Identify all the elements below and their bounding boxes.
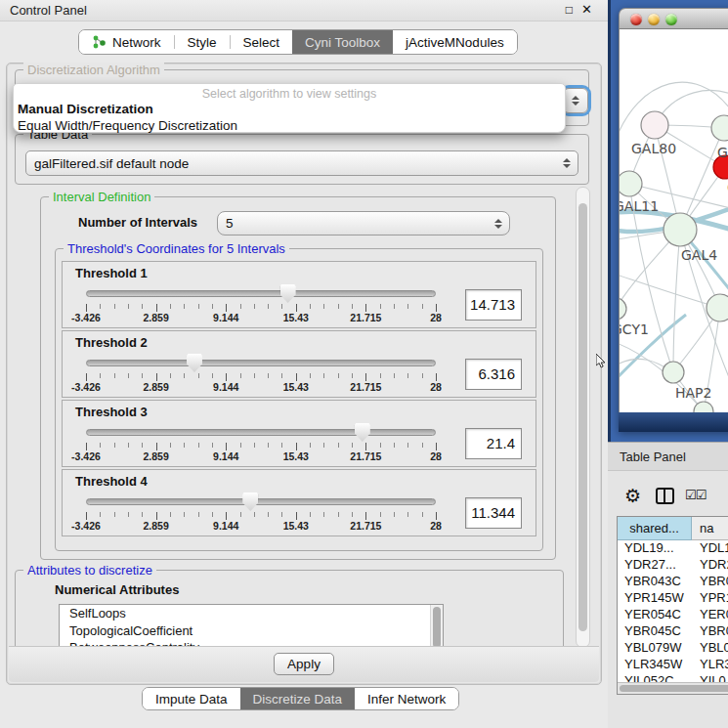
table-data-combo[interactable]: galFiltered.sif default node [25,150,578,176]
threshold-slider[interactable]: -3.4262.8599.14415.4321.71528 [86,420,446,465]
threshold-value-field[interactable]: 11.344 [465,497,522,529]
slider-track[interactable] [86,498,436,505]
network-node-label: GAL11 [620,198,659,214]
tick-label: 28 [430,381,442,393]
tab-select[interactable]: Select [231,30,293,54]
thresholds-list: Threshold 1 -3.4262.8599.14415.4321.7152… [62,261,536,536]
table-row[interactable]: YPR145WYPR1 [618,590,728,607]
cell-name[interactable]: YPR1 [692,590,728,607]
dropdown-option-equal-width-frequency[interactable]: Equal Width/Frequency Discretization [14,117,565,134]
slider-track[interactable] [86,429,436,436]
cell-name[interactable]: YDL1 [692,540,728,557]
network-node[interactable] [641,111,668,139]
select-columns-icon[interactable]: ☑☑ [685,488,706,502]
tab-network[interactable]: Network [79,30,174,54]
tick-label: -3.426 [71,312,101,323]
algorithm-combo[interactable] [563,88,588,113]
panel-scrollbar[interactable] [576,187,590,648]
threshold-slider[interactable]: -3.4262.8599.14415.4321.71528 [86,490,446,535]
dropdown-option-manual-discretization[interactable]: Manual Discretization [14,101,565,117]
float-window-icon[interactable]: □ [566,3,573,17]
table-row[interactable]: YLR345WYLR3 [618,657,728,673]
slider-track[interactable] [86,290,436,297]
network-node[interactable] [620,298,626,320]
cyni-toolbox-panel: Discretization Algorithm Table Data galF… [6,63,602,685]
tab-infer-network[interactable]: Infer Network [355,688,458,709]
tab-discretize-data[interactable]: Discretize Data [240,688,356,709]
table-row[interactable]: YBR043CYBR0 [618,574,728,590]
list-scrollbar[interactable] [430,605,443,648]
cell-shared-name[interactable]: YDL19... [618,540,692,557]
numerical-attributes-list[interactable]: SelfLoopsTopologicalCoefficientBetweenne… [59,604,444,648]
slider-thumb[interactable] [187,354,202,372]
table-row[interactable]: YDR27...YDR2 [618,557,728,574]
threshold-slider[interactable]: -3.4262.8599.14415.4321.71528 [86,281,446,326]
attribute-item[interactable]: SelfLoops [60,605,443,622]
table-row[interactable]: YBL079WYBL0 [618,640,728,657]
apply-row: Apply [9,646,599,682]
tab-impute-data[interactable]: Impute Data [143,688,240,709]
cell-name[interactable]: YBR0 [692,574,728,590]
apply-button[interactable]: Apply [274,653,334,675]
threshold-slider[interactable]: -3.4262.8599.14415.4321.71528 [86,351,446,396]
network-node[interactable] [663,362,684,383]
list-scrollbar-thumb[interactable] [433,607,441,648]
close-icon[interactable]: ✕ [581,2,592,17]
tab-jactivemnodules[interactable]: jActiveMNodules [393,30,517,54]
cell-shared-name[interactable]: YPR145W [618,590,692,607]
cell-shared-name[interactable]: YBR045C [618,623,692,640]
attribute-item[interactable]: TopologicalCoefficient [60,622,443,640]
gear-icon[interactable]: ⚙ [624,485,641,507]
cell-shared-name[interactable]: YER054C [618,607,692,623]
slider-thumb[interactable] [242,492,258,511]
close-traffic-light-icon[interactable] [630,14,642,25]
network-node[interactable] [707,294,728,321]
column-header-name[interactable]: na [692,517,728,540]
threshold-value-field[interactable]: 21.4 [465,428,522,459]
column-layout-icon[interactable] [656,488,674,504]
network-node[interactable] [620,171,642,196]
network-node[interactable] [711,115,728,141]
network-node-label: GA [717,145,728,160]
cell-name[interactable]: YER0 [692,607,728,623]
network-node-label: GAL80 [631,141,676,156]
threshold-label: Threshold 4 [75,474,148,489]
network-node[interactable] [664,213,697,246]
network-node-label: GCY1 [620,321,649,337]
table-horizontal-scrollbar[interactable] [618,682,728,694]
right-panel: GAL80GACGAL11GAL4GCY1HHAP2 Table Panel ⚙… [608,0,728,728]
slider-major-ticks [86,373,436,381]
cell-name[interactable]: YBR0 [692,623,728,640]
minimize-traffic-light-icon[interactable] [648,14,660,25]
cell-name[interactable]: YDR2 [692,557,728,574]
cell-shared-name[interactable]: YLR345W [618,657,692,673]
network-icon [92,35,107,49]
network-view[interactable]: GAL80GACGAL11GAL4GCY1HHAP2 [619,29,728,412]
slider-thumb[interactable] [355,423,370,442]
tick-label: 2.859 [143,450,168,462]
network-window-titlebar[interactable] [619,8,728,29]
tick-label: -3.426 [71,450,101,462]
cell-shared-name[interactable]: YBL079W [618,640,692,657]
slider-thumb[interactable] [280,284,296,303]
tab-cyni-toolbox[interactable]: Cyni Toolbox [292,30,393,54]
table-row[interactable]: YBR045CYBR0 [618,623,728,640]
table-row[interactable]: YDL19...YDL1 [618,540,728,557]
slider-track[interactable] [86,360,436,366]
table-scrollbar-thumb[interactable] [620,685,728,692]
table-row[interactable]: YER054CYER0 [618,607,728,623]
threshold-value-field[interactable]: 14.713 [465,289,522,321]
table-data-selected: galFiltered.sif default node [34,156,189,171]
threshold-panel: Threshold 4 -3.4262.8599.14415.4321.7152… [62,469,536,536]
tick-label: 15.43 [283,450,309,462]
zoom-traffic-light-icon[interactable] [665,14,677,25]
intervals-combo[interactable]: 5 [217,211,510,236]
column-header-shared-name[interactable]: shared... [618,517,692,540]
cell-shared-name[interactable]: YBR043C [618,574,692,590]
cell-name[interactable]: YLR3 [692,657,728,673]
threshold-value-field[interactable]: 6.316 [465,359,522,390]
tab-style[interactable]: Style [175,30,230,54]
cell-name[interactable]: YBL0 [692,640,728,657]
cell-shared-name[interactable]: YDR27... [618,557,692,574]
panel-scrollbar-thumb[interactable] [578,203,587,631]
